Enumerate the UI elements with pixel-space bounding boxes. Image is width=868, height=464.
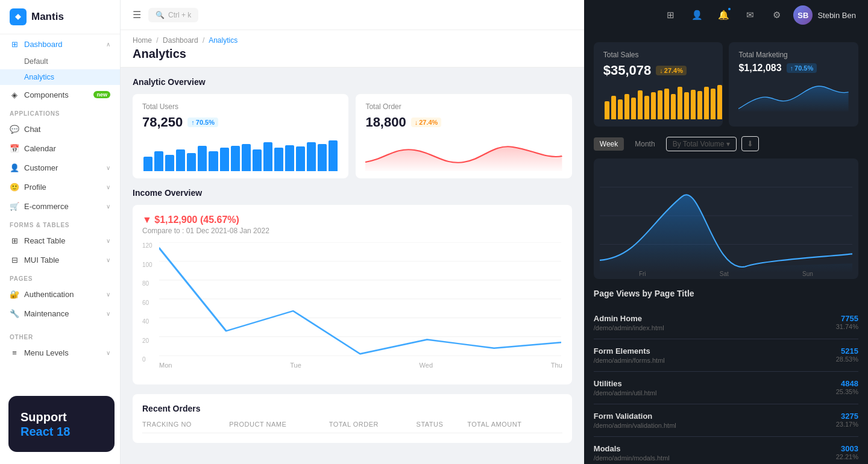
- support-popup[interactable]: Support React 18: [8, 396, 115, 452]
- sidebar-item-auth[interactable]: 🔐 Authentication ∨: [0, 284, 120, 304]
- area-chart-order: [365, 135, 562, 171]
- profile-label: Profile: [24, 183, 46, 192]
- stat-value-row-marketing: $1,12,083 ↑ 70.5%: [738, 63, 849, 74]
- stat-card-sales: Total Sales $35,078 ↓ 27.4%: [594, 42, 723, 127]
- notification-bell[interactable]: 🔔: [714, 5, 733, 25]
- pv-name[interactable]: Form Elements: [594, 346, 665, 356]
- pv-pct: 28.53%: [836, 356, 858, 363]
- pv-url: /demo/admin/index.html: [594, 324, 664, 331]
- other-section: Other: [0, 328, 120, 343]
- user-avatar-wrap[interactable]: SB Stebin Ben: [793, 5, 856, 25]
- sidebar-item-components[interactable]: ◈ Components new: [0, 85, 120, 104]
- breadcrumb: Home / Dashboard / Analytics: [133, 36, 572, 45]
- mail-icon[interactable]: ✉: [740, 5, 760, 25]
- ecommerce-chevron: ∨: [106, 203, 110, 210]
- stat-badge-users: ↑ 70.5%: [187, 118, 218, 127]
- income-compare: Compare to : 01 Dec 2021-08 Jan 2022: [142, 227, 269, 235]
- sidebar-item-mui-table[interactable]: ⊟ MUI Table ∨: [0, 250, 120, 269]
- search-box[interactable]: 🔍 Ctrl + k: [148, 8, 198, 22]
- settings-icon[interactable]: ⚙: [767, 5, 786, 25]
- hamburger-icon[interactable]: ☰: [133, 9, 141, 20]
- stat-value-sales: $35,078: [603, 63, 652, 78]
- maintenance-chevron: ∨: [106, 310, 110, 317]
- user-circle-icon[interactable]: 👤: [687, 5, 706, 25]
- sidebar-logo[interactable]: Mantis: [0, 0, 120, 34]
- pv-pct: 31.74%: [836, 323, 858, 330]
- page-header: Home / Dashboard / Analytics Analytics: [121, 30, 584, 67]
- col-tracking: TRACKING NO: [142, 421, 229, 433]
- sidebar-item-maintenance[interactable]: 🔧 Maintenance ∨: [0, 304, 120, 323]
- support-line2: React 18: [20, 425, 102, 439]
- sidebar-item-customer[interactable]: 👤 Customer ∨: [0, 158, 120, 177]
- analytic-overview-title: Analytic Overview: [133, 77, 572, 87]
- grid-icon[interactable]: ⊞: [661, 5, 680, 25]
- pv-name[interactable]: Form Validation: [594, 412, 676, 421]
- support-line1: Support: [20, 409, 102, 425]
- btn-month[interactable]: Month: [629, 137, 661, 151]
- sidebar-item-calendar[interactable]: 📅 Calendar: [0, 139, 120, 158]
- stat-label-sales: Total Sales: [603, 51, 714, 59]
- stat-value-marketing: $1,12,083: [738, 63, 781, 74]
- mui-table-chevron: ∨: [106, 257, 110, 263]
- page-view-item: Form Validation /demo/admin/validation.h…: [594, 404, 858, 437]
- x-label-fri: Fri: [639, 271, 646, 277]
- bar-chart-sales: [603, 83, 714, 119]
- sidebar-item-chat[interactable]: 💬 Chat: [0, 119, 120, 139]
- pv-name[interactable]: Admin Home: [594, 314, 664, 323]
- components-badge: new: [93, 91, 110, 98]
- sidebar: Mantis ⊞ Dashboard ∧ Default Analytics ◈…: [0, 0, 121, 464]
- sidebar-item-profile[interactable]: 🙂 Profile ∨: [0, 177, 120, 196]
- react-table-label: React Table: [24, 236, 65, 245]
- sidebar-sub-default[interactable]: Default: [0, 54, 120, 69]
- sidebar-item-dashboard[interactable]: ⊞ Dashboard ∧: [0, 34, 120, 54]
- pv-name[interactable]: Modals: [594, 444, 670, 453]
- main-area: ☰ 🔍 Ctrl + k ⊞ 👤 🔔 ✉ ⚙ SB Stebin Ben: [121, 0, 868, 464]
- breadcrumb-home[interactable]: Home: [133, 36, 152, 45]
- components-label: Components: [24, 90, 69, 99]
- menu-levels-label: Menu Levels: [24, 348, 69, 357]
- orders-table: TRACKING NO PRODUCT NAME TOTAL ORDER STA…: [142, 421, 562, 433]
- pv-pct: 25.35%: [836, 388, 858, 395]
- pv-name[interactable]: Utilities: [594, 379, 657, 388]
- forms-section: Forms & Tables: [0, 216, 120, 231]
- app-name: Mantis: [31, 11, 64, 23]
- income-card: ▼ $1,12,900 (45.67%) Compare to : 01 Dec…: [133, 205, 572, 384]
- stat-card-marketing: Total Marketing $1,12,083 ↑ 70.5%: [729, 42, 858, 127]
- auth-icon: 🔐: [10, 289, 19, 299]
- page-view-item: Utilities /demo/admin/util.html 4848 25.…: [594, 372, 858, 404]
- sidebar-item-react-table[interactable]: ⊞ React Table ∨: [0, 231, 120, 250]
- stat-label-order: Total Order: [365, 102, 562, 111]
- calendar-label: Calendar: [24, 144, 56, 153]
- menu-levels-chevron: ∨: [106, 350, 110, 356]
- btn-volume[interactable]: By Total Volume ▾: [666, 137, 737, 151]
- sidebar-item-menu-levels[interactable]: ≡ Menu Levels ∨: [0, 343, 120, 362]
- breadcrumb-dashboard[interactable]: Dashboard: [163, 36, 198, 45]
- pv-url: /demo/admin/validation.html: [594, 422, 676, 429]
- dark-stats-grid: Total Sales $35,078 ↓ 27.4% Total Market…: [594, 42, 858, 127]
- col-product: PRODUCT NAME: [229, 421, 329, 433]
- dark-income-chart: Fri Sat Sun: [594, 158, 858, 279]
- components-icon: ◈: [10, 90, 19, 99]
- mui-table-icon: ⊟: [10, 255, 19, 265]
- btn-download[interactable]: ⬇: [741, 136, 759, 151]
- menu-levels-icon: ≡: [10, 348, 19, 357]
- topbar-light: ☰ 🔍 Ctrl + k: [121, 0, 584, 30]
- sidebar-item-ecommerce[interactable]: 🛒 E-commerce ∨: [0, 196, 120, 216]
- customer-label: Customer: [24, 163, 58, 172]
- col-total-amount: TOTAL AMOUNT: [467, 421, 562, 433]
- auth-label: Authentication: [24, 290, 74, 299]
- customer-icon: 👤: [10, 163, 19, 172]
- stat-badge-order: ↓ 27.4%: [411, 118, 442, 127]
- col-total-order: TOTAL ORDER: [329, 421, 417, 433]
- x-labels: Mon Tue Wed Thu: [142, 359, 562, 371]
- topbar-dark: ⊞ 👤 🔔 ✉ ⚙ SB Stebin Ben: [584, 0, 868, 30]
- pv-pct: 22.21%: [836, 453, 858, 460]
- react-table-chevron: ∨: [106, 237, 110, 244]
- btn-week[interactable]: Week: [594, 137, 624, 151]
- stat-value-row-sales: $35,078 ↓ 27.4%: [603, 63, 714, 78]
- pv-url: /demo/admin/modals.html: [594, 454, 670, 462]
- sidebar-sub-analytics[interactable]: Analytics: [0, 69, 120, 85]
- stat-value-row-users: 78,250 ↑ 70.5%: [142, 114, 339, 130]
- col-status: STATUS: [417, 421, 468, 433]
- pv-count: 5215: [836, 346, 858, 356]
